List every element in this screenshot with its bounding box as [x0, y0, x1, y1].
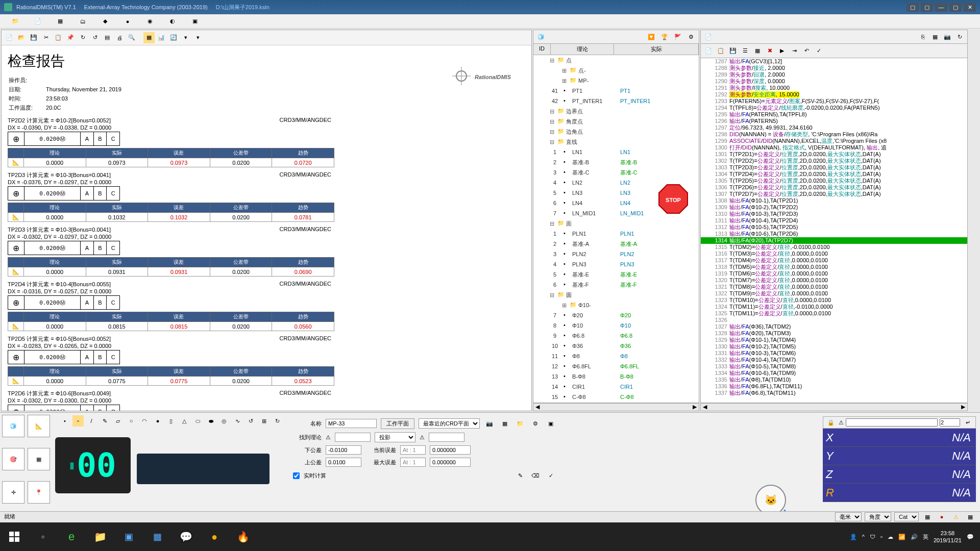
mt-group-icon[interactable]: ⊞: [258, 415, 270, 427]
code-line[interactable]: 1298DID(NANNAN) = 设备/存储类型, 'C:\Program F…: [701, 131, 967, 138]
rpt-paste-icon[interactable]: 📌: [65, 32, 76, 43]
tray-cloud-icon[interactable]: ☁: [888, 534, 893, 540]
tray-wifi-icon[interactable]: 📶: [898, 534, 905, 540]
tree-item[interactable]: 4•PLN3PLN3: [533, 259, 699, 269]
assistant-avatar[interactable]: 🐱 A: [755, 485, 786, 515]
code-line[interactable]: 1292测头参数/安全距离, 15.0000: [701, 91, 967, 98]
tb-icon-5[interactable]: ◆: [100, 16, 110, 27]
code-line[interactable]: 1304T(TP2D4)=公差定义/位置度,2D,0.0200,最大实体状态,D…: [701, 171, 967, 178]
mode-cube-icon[interactable]: 🧊: [2, 415, 24, 437]
window-tool-1[interactable]: ▢: [906, 3, 919, 12]
tree-item[interactable]: 2•基准-A基准-A: [533, 239, 699, 249]
rpt-excel-icon[interactable]: 📊: [156, 32, 167, 43]
rpt-tool-7[interactable]: ↻: [77, 32, 88, 43]
code-line[interactable]: 1325T(TDM11)=公差定义/直径,0.0000,0.0100: [701, 310, 967, 317]
code-line[interactable]: 1335输出/FA(Φ8),TA(TDM10): [701, 377, 967, 383]
feat-cube-icon[interactable]: 🧊: [535, 31, 547, 42]
coord-input[interactable]: [846, 418, 938, 427]
code-line[interactable]: 1295输出/FA(PATERN5),TA(TPFL8): [701, 111, 967, 118]
status-icon-2[interactable]: ●: [936, 511, 947, 522]
code-scroll-left[interactable]: ◀: [701, 404, 709, 411]
coord-spin[interactable]: [940, 418, 960, 427]
rpt-open-icon[interactable]: 📂: [16, 32, 27, 43]
status-angle-select[interactable]: 角度: [865, 512, 891, 521]
tree-item[interactable]: 41•PT1PT1: [533, 86, 699, 96]
code-line[interactable]: 1322T(TDM9)=公差定义/直径,0.0000,0.0100: [701, 290, 967, 297]
projection-field[interactable]: [429, 433, 464, 442]
code-line[interactable]: 1336输出/FA(Φ6.8FL),TA(TDM11): [701, 383, 967, 390]
code-line[interactable]: 1294T(TPFL8)=公差定义/线轮廓度,-0.0200,0.0200,FA…: [701, 105, 967, 111]
mt-slot-icon[interactable]: ⬬: [205, 415, 216, 427]
code-doc-icon[interactable]: 📄: [703, 31, 714, 42]
tree-group[interactable]: ⊟📁面: [533, 218, 699, 229]
feat-flag-icon[interactable]: 🚩: [672, 31, 683, 42]
code-line[interactable]: 1307T(TP2D7)=公差定义/位置度,2D,0.0200,最大实体状态,D…: [701, 191, 967, 197]
code-line[interactable]: 1317T(TDM4)=公差定义/直径,0.0000,0.0100: [701, 257, 967, 264]
tree-item[interactable]: 13•B-Φ8B-Φ8: [533, 371, 699, 382]
code-line[interactable]: 1320T(TDM7)=公差定义/直径,0.0000,0.0100: [701, 277, 967, 284]
code-camera-icon[interactable]: 📷: [942, 31, 953, 42]
tree-subgroup[interactable]: ⊞📁Φ10-: [533, 300, 699, 310]
tree-item[interactable]: 7•Φ20Φ20: [533, 310, 699, 320]
scroll-right[interactable]: ▶: [691, 404, 699, 411]
tree-group[interactable]: ⊟📁圆: [533, 290, 699, 300]
mode-target-icon[interactable]: 🎯: [2, 448, 24, 470]
stop-icon[interactable]: STOP: [657, 183, 690, 215]
tree-item[interactable]: 10•Φ36Φ36: [533, 341, 699, 351]
scroll-left[interactable]: ◀: [533, 404, 542, 411]
code-line[interactable]: 1290测头参数/深度, 0.0000: [701, 78, 967, 85]
mt-cone-icon[interactable]: △: [179, 415, 190, 427]
mode-axis-icon[interactable]: ✛: [2, 481, 24, 504]
tree-item[interactable]: 1•LN1LN1: [533, 147, 699, 157]
code-line[interactable]: 1288测头参数/接近, 2.0000: [701, 65, 967, 71]
mt-square-icon[interactable]: ▫: [72, 415, 84, 427]
realtime-checkbox[interactable]: [293, 472, 300, 479]
rpt-save-icon[interactable]: 💾: [28, 32, 39, 43]
tray-people-icon[interactable]: 👤: [850, 534, 857, 540]
code-line[interactable]: 1314输出/FA(Φ20),TA(TP2D7): [701, 237, 967, 244]
code-line[interactable]: 1303T(TP2D3)=公差定义/位置度,2D,0.0200,最大实体状态,D…: [701, 164, 967, 171]
mode-probe-icon[interactable]: 📍: [28, 481, 50, 504]
taskbar-explorer[interactable]: 📁: [86, 522, 114, 551]
form-tool-3[interactable]: 📁: [514, 418, 526, 429]
code-line[interactable]: 1313输出/FA(Φ10-6),TA(TP2D6): [701, 231, 967, 237]
coord-apply-icon[interactable]: ↵: [962, 417, 973, 428]
code-line[interactable]: 1308输出/FA(Φ10-1),TA(TP2D1): [701, 197, 967, 204]
code-line[interactable]: 1318T(TDM5)=公差定义/直径,0.0000,0.0100: [701, 264, 967, 270]
tb-icon-4[interactable]: 🗂: [78, 16, 88, 27]
mt-loop-icon[interactable]: ↺: [245, 415, 256, 427]
rpt-tool-8[interactable]: ↺: [89, 32, 101, 43]
code-line[interactable]: 1316T(TDM3)=公差定义/直径,0.0000,0.0100: [701, 251, 967, 257]
rpt-highlight-icon[interactable]: ▦: [143, 32, 155, 43]
mt-torus-icon[interactable]: ◎: [218, 415, 230, 427]
tb-icon-1[interactable]: 📁: [10, 16, 20, 27]
code-line[interactable]: 1324T(TDM11)=公差定义/直径,-0.0100,0.0000: [701, 304, 967, 310]
tray-shield-icon[interactable]: 🛡: [870, 534, 875, 540]
code-step-icon[interactable]: ⇥: [789, 45, 800, 57]
code-line[interactable]: 1301T(TP2D1)=公差定义/位置度,2D,0.0200,最大实体状态,D…: [701, 151, 967, 158]
status-icon-1[interactable]: ▦: [922, 511, 933, 522]
mt-line-icon[interactable]: /: [86, 415, 97, 427]
start-button[interactable]: [0, 522, 29, 551]
tray-app-icon[interactable]: ▫: [880, 534, 883, 540]
code-line[interactable]: 1293F(PATERN5)=元素定义/图案,F(SV-25),F(SV-26)…: [701, 98, 967, 105]
minimize-button[interactable]: —: [935, 3, 947, 12]
code-line[interactable]: 1311输出/FA(Φ10-4),TA(TP2D4): [701, 217, 967, 224]
code-line[interactable]: 1326: [701, 317, 967, 323]
code-line[interactable]: 1330输出/FA(Φ10-2),TA(TDM5): [701, 343, 967, 350]
tree-subgroup[interactable]: ⊞📁点-: [533, 65, 699, 76]
tb-icon-8[interactable]: ◐: [167, 16, 178, 27]
code-line[interactable]: 1299ASSOCIATE/DID(NANNAN),EXCEL,温度,'C:\P…: [701, 138, 967, 144]
taskbar-wechat[interactable]: 💬: [172, 522, 200, 551]
mt-sphere-icon[interactable]: ●: [152, 415, 163, 427]
mt-circle-icon[interactable]: ○: [126, 415, 137, 427]
mt-refresh-icon[interactable]: ↻: [272, 415, 283, 427]
tree-group[interactable]: ⊟📁边界点: [533, 106, 699, 116]
code-tool-1[interactable]: ⎘: [917, 31, 928, 42]
rpt-refresh-icon[interactable]: 🔄: [168, 32, 179, 43]
code-line[interactable]: 1312输出/FA(Φ10-5),TA(TP2D5): [701, 224, 967, 231]
taskbar-app-4[interactable]: 🔥: [229, 522, 257, 551]
code-line[interactable]: 1305T(TP2D5)=公差定义/位置度,2D,0.0200,最大实体状态,D…: [701, 178, 967, 184]
tree-item[interactable]: 6•基准-F基准-F: [533, 280, 699, 290]
upper-tol-field[interactable]: [326, 458, 361, 467]
